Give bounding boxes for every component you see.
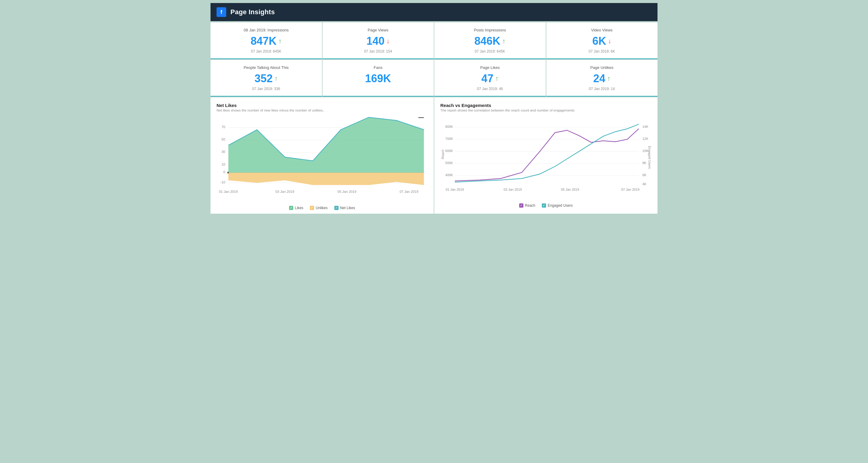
reach-chart: Reach vs Engagements The report shows th… bbox=[434, 97, 657, 214]
net-likes-title: Net Likes bbox=[217, 103, 428, 108]
svg-marker-13 bbox=[228, 117, 424, 173]
net-likes-chart: Net Likes Net likes shows the number of … bbox=[211, 97, 434, 214]
metric-label: Page Likes bbox=[440, 65, 540, 70]
svg-text:01 Jan 2019: 01 Jan 2019 bbox=[219, 190, 238, 194]
engaged-users-legend-box: ✓ bbox=[542, 203, 546, 208]
metric-prev: 07 Jan 2019: 46 bbox=[440, 87, 540, 91]
metric-label: Video Views bbox=[552, 28, 652, 32]
svg-text:05 Jan 2019: 05 Jan 2019 bbox=[338, 190, 356, 194]
trend-up-icon: ↑ bbox=[502, 37, 505, 45]
net-likes-svg: 70 50 30 10 0 -10 bbox=[217, 115, 428, 202]
svg-text:01 Jan 2019: 01 Jan 2019 bbox=[446, 188, 464, 191]
svg-text:Engaged Users: Engaged Users bbox=[648, 146, 651, 169]
svg-text:-10: -10 bbox=[220, 180, 225, 184]
metric-value: 846K↑ bbox=[440, 35, 540, 48]
metric-value: 6K↓ bbox=[552, 35, 652, 48]
svg-text:50: 50 bbox=[221, 138, 225, 141]
svg-text:03 Jan 2019: 03 Jan 2019 bbox=[503, 188, 522, 191]
metric-label: Fans bbox=[329, 65, 428, 70]
svg-text:500K: 500K bbox=[445, 161, 453, 165]
svg-text:400K: 400K bbox=[445, 173, 453, 177]
svg-text:600K: 600K bbox=[445, 149, 453, 153]
metric-prev: 07 Jan 2019: 645K bbox=[217, 49, 316, 54]
trend-down-icon: ↓ bbox=[608, 37, 611, 45]
svg-text:4K: 4K bbox=[642, 182, 647, 186]
svg-text:0: 0 bbox=[223, 170, 225, 174]
metric-card: Video Views6K↓07 Jan 2019: 6K bbox=[546, 22, 658, 59]
metric-label: Page Unlikes bbox=[552, 65, 652, 70]
metric-label: People Talking About This bbox=[217, 65, 316, 70]
svg-text:10: 10 bbox=[221, 163, 225, 166]
reach-svg: 800K 700K 600K 500K 400K Reach 14K 12K 1… bbox=[440, 115, 651, 200]
facebook-icon: f bbox=[217, 7, 226, 17]
trend-up-icon: ↑ bbox=[495, 75, 499, 83]
metric-card: Posts Impressions846K↑07 Jan 2019: 645K bbox=[434, 22, 546, 59]
net-likes-subtitle: Net likes shows the number of new likes … bbox=[217, 109, 428, 112]
trend-up-icon: ↑ bbox=[275, 75, 278, 83]
metric-prev: 07 Jan 2019: 154 bbox=[329, 49, 428, 54]
reach-title: Reach vs Engagements bbox=[440, 103, 651, 108]
svg-text:8K: 8K bbox=[642, 161, 647, 165]
svg-text:12K: 12K bbox=[642, 137, 648, 141]
metric-card: Page Views140↓07 Jan 2019: 154 bbox=[322, 22, 434, 59]
svg-text:03 Jan 2019: 03 Jan 2019 bbox=[275, 190, 294, 194]
svg-text:800K: 800K bbox=[445, 125, 453, 128]
metric-value: 24↑ bbox=[552, 72, 652, 85]
svg-text:700K: 700K bbox=[445, 137, 453, 141]
metric-value: 140↓ bbox=[329, 35, 428, 48]
svg-text:6K: 6K bbox=[642, 173, 647, 177]
net-likes-chart-wrapper: 70 50 30 10 0 -10 bbox=[217, 115, 428, 203]
reach-subtitle: The report shows the correlation between… bbox=[440, 109, 651, 112]
metric-value: 47↑ bbox=[440, 72, 540, 85]
legend-unlikes: ✓ Unlikes bbox=[310, 206, 328, 210]
metric-prev: 07 Jan 2019: 645K bbox=[440, 49, 540, 54]
charts-row: Net Likes Net likes shows the number of … bbox=[211, 97, 657, 214]
metric-label: 08 Jan 2019: Impressions bbox=[217, 28, 316, 32]
svg-text:07 Jan 2019: 07 Jan 2019 bbox=[400, 190, 418, 194]
metric-prev: 07 Jan 2019: 6K bbox=[552, 49, 652, 54]
svg-text:05 Jan 2019: 05 Jan 2019 bbox=[561, 188, 579, 191]
likes-legend-box: ✓ bbox=[289, 206, 293, 210]
page-container: f Page Insights 08 Jan 2019: Impressions… bbox=[211, 3, 657, 214]
trend-up-icon: ↑ bbox=[278, 37, 282, 45]
svg-marker-14 bbox=[228, 173, 424, 185]
metric-card: Fans169K bbox=[322, 60, 434, 97]
svg-text:14K: 14K bbox=[642, 125, 648, 128]
net-likes-legend: ✓ Likes ✓ Unlikes ✓ Net Likes bbox=[217, 206, 428, 210]
svg-text:10K: 10K bbox=[642, 149, 648, 153]
metric-prev: 07 Jan 2019: 14 bbox=[552, 87, 652, 91]
page-title: Page Insights bbox=[230, 8, 275, 16]
metric-card: Page Likes47↑07 Jan 2019: 46 bbox=[434, 60, 546, 97]
legend-reach: ✓ Reach bbox=[519, 203, 535, 208]
legend-net-likes: ✓ Net Likes bbox=[334, 206, 355, 210]
metric-card: People Talking About This352↑07 Jan 2019… bbox=[211, 60, 322, 97]
metrics-row-2: People Talking About This352↑07 Jan 2019… bbox=[211, 60, 657, 97]
svg-text:Reach: Reach bbox=[441, 150, 444, 159]
metric-label: Page Views bbox=[329, 28, 428, 32]
legend-engaged-users: ✓ Engaged Users bbox=[542, 203, 572, 208]
reach-legend-box: ✓ bbox=[519, 203, 523, 208]
svg-text:30: 30 bbox=[221, 150, 225, 153]
unlikes-legend-box: ✓ bbox=[310, 206, 314, 210]
metric-value: 169K bbox=[329, 72, 428, 85]
reach-legend: ✓ Reach ✓ Engaged Users bbox=[440, 203, 651, 208]
metric-label: Posts Impressions bbox=[440, 28, 540, 32]
svg-text:07 Jan 2019: 07 Jan 2019 bbox=[621, 188, 639, 191]
metrics-row-1: 08 Jan 2019: Impressions847K↑07 Jan 2019… bbox=[211, 22, 657, 59]
svg-text:70: 70 bbox=[221, 125, 225, 129]
metric-card: Page Unlikes24↑07 Jan 2019: 14 bbox=[546, 60, 658, 97]
metric-card: 08 Jan 2019: Impressions847K↑07 Jan 2019… bbox=[211, 22, 322, 59]
trend-up-icon: ↑ bbox=[607, 75, 610, 83]
metric-value: 352↑ bbox=[217, 72, 316, 85]
metric-prev: 07 Jan 2019: 336 bbox=[217, 87, 316, 91]
reach-chart-wrapper: 800K 700K 600K 500K 400K Reach 14K 12K 1… bbox=[440, 115, 651, 201]
net-likes-legend-box: ✓ bbox=[334, 206, 339, 210]
legend-likes: ✓ Likes bbox=[289, 206, 303, 210]
metric-value: 847K↑ bbox=[217, 35, 316, 48]
trend-down-icon: ↓ bbox=[386, 37, 390, 45]
page-header: f Page Insights bbox=[211, 3, 657, 21]
